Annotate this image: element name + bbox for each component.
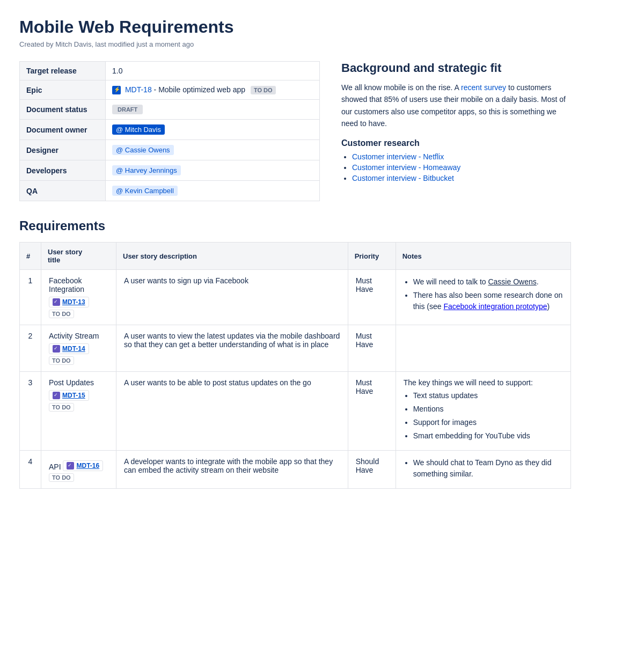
story-desc-activity: A user wants to view the latest updates … <box>116 325 348 372</box>
mdt14-link[interactable]: MDT-14 <box>62 345 85 353</box>
list-item: Support for images <box>413 417 563 428</box>
story-title-cell: API MDT-16 TO DO <box>41 451 116 489</box>
table-row: 2 Activity Stream MDT-14 TO DO A user wa… <box>20 325 571 372</box>
table-row: 3 Post Updates MDT-15 TO DO A user wants… <box>20 372 571 451</box>
meta-label-doc-status: Document status <box>20 100 106 120</box>
interview-netflix-link[interactable]: Customer interview - Netflix <box>352 152 444 161</box>
meta-table: Target release 1.0 Epic MDT-18 - Mobile … <box>19 61 320 201</box>
story-desc-facebook: A user wants to sign up via Facebook <box>116 270 348 325</box>
meta-label-developers: Developers <box>20 160 106 181</box>
qa-mention[interactable]: @ Kevin Campbell <box>112 186 178 196</box>
story-title-post: Post Updates <box>49 378 94 387</box>
todo-badge: TO DO <box>49 356 74 365</box>
meta-row-target-release: Target release 1.0 <box>20 62 320 80</box>
epic-ticket-link[interactable]: MDT-18 <box>125 85 152 94</box>
col-header-num: # <box>20 243 41 270</box>
list-item: Smart embedding for YouTube vids <box>413 430 563 442</box>
row-num: 1 <box>20 270 41 325</box>
list-item: Text status updates <box>413 390 563 401</box>
meta-label-qa: QA <box>20 181 106 201</box>
sidebar: Background and strategic fit We all know… <box>341 61 571 201</box>
meta-value-developers: @ Harvey Jennings <box>106 160 320 181</box>
story-title-cell: Facebook Integration MDT-13 TO DO <box>41 270 116 325</box>
jira-ticket-mdt16: MDT-16 <box>63 460 103 471</box>
page-title: Mobile Web Requirements <box>19 17 571 37</box>
story-title-activity: Activity Stream <box>49 332 99 340</box>
top-section: Target release 1.0 Epic MDT-18 - Mobile … <box>19 61 571 201</box>
story-title-cell: Post Updates MDT-15 TO DO <box>41 372 116 451</box>
notes-post-intro: The key things we will need to support: <box>404 378 533 387</box>
meta-row-doc-status: Document status DRAFT <box>20 100 320 120</box>
customer-research-list: Customer interview - Netflix Customer in… <box>341 152 571 182</box>
jira-ticket-mdt14: MDT-14 <box>49 343 89 354</box>
story-title-cell: Activity Stream MDT-14 TO DO <box>41 325 116 372</box>
table-row: 4 API MDT-16 TO DO A developer wants to … <box>20 451 571 489</box>
row-num: 3 <box>20 372 41 451</box>
table-row: 1 Facebook Integration MDT-13 TO DO A us… <box>20 270 571 325</box>
owner-mention[interactable]: @ Mitch Davis <box>112 124 165 135</box>
cassie-owens-link[interactable]: Cassie Owens <box>488 277 536 286</box>
row-num: 4 <box>20 451 41 489</box>
story-desc-post: A user wants to be able to post status u… <box>116 372 348 451</box>
meta-value-qa: @ Kevin Campbell <box>106 181 320 201</box>
meta-label-doc-owner: Document owner <box>20 120 106 140</box>
jira-ticket-mdt13: MDT-13 <box>49 297 89 307</box>
list-item: We will need to talk to Cassie Owens. <box>413 276 563 288</box>
meta-value-epic: MDT-18 - Mobile optimized web app TO DO <box>106 80 320 100</box>
list-item: Customer interview - Bitbucket <box>352 174 571 182</box>
customer-research-heading: Customer research <box>341 138 571 148</box>
recent-survey-link[interactable]: recent survey <box>461 83 506 92</box>
interview-homeaway-link[interactable]: Customer interview - Homeaway <box>352 163 460 172</box>
mdt16-link[interactable]: MDT-16 <box>76 462 99 469</box>
notes-post: The key things we will need to support: … <box>396 372 570 451</box>
story-title-facebook: Facebook Integration <box>49 276 84 294</box>
row-num: 2 <box>20 325 41 372</box>
page-subtitle: Created by Mitch Davis, last modified ju… <box>19 40 571 48</box>
requirements-table: # User storytitle User story description… <box>19 242 571 489</box>
list-item: Mentions <box>413 403 563 415</box>
mdt13-link[interactable]: MDT-13 <box>62 298 85 306</box>
jira-ticket-icon <box>67 462 74 469</box>
jira-ticket-icon <box>53 298 60 306</box>
fb-integration-link[interactable]: Facebook integration prototype <box>443 302 547 311</box>
interview-bitbucket-link[interactable]: Customer interview - Bitbucket <box>352 174 454 182</box>
draft-badge: DRAFT <box>112 105 143 114</box>
notes-activity <box>396 325 570 372</box>
meta-label-designer: Designer <box>20 140 106 160</box>
epic-todo-badge: TO DO <box>251 86 276 94</box>
todo-badge: TO DO <box>49 473 74 482</box>
meta-value-target-release: 1.0 <box>106 62 320 80</box>
col-header-desc: User story description <box>116 243 348 270</box>
jira-ticket-mdt15: MDT-15 <box>49 390 89 401</box>
meta-value-doc-owner: @ Mitch Davis <box>106 120 320 140</box>
meta-row-qa: QA @ Kevin Campbell <box>20 181 320 201</box>
jira-ticket-icon <box>53 345 60 353</box>
notes-api: We should chat to Team Dyno as they did … <box>396 451 570 489</box>
col-header-notes: Notes <box>396 243 570 270</box>
meta-row-doc-owner: Document owner @ Mitch Davis <box>20 120 320 140</box>
requirements-heading: Requirements <box>19 218 571 233</box>
meta-row-epic: Epic MDT-18 - Mobile optimized web app T… <box>20 80 320 100</box>
developer-mention[interactable]: @ Harvey Jennings <box>112 165 181 175</box>
list-item: We should chat to Team Dyno as they did … <box>413 457 563 480</box>
priority-api: Should Have <box>348 451 396 489</box>
meta-label-epic: Epic <box>20 80 106 100</box>
meta-label-target-release: Target release <box>20 62 106 80</box>
meta-row-designer: Designer @ Cassie Owens <box>20 140 320 160</box>
priority-post: Must Have <box>348 372 396 451</box>
sidebar-intro: We all know mobile is on the rise. A rec… <box>341 82 571 130</box>
todo-badge: TO DO <box>49 403 74 412</box>
sidebar-heading: Background and strategic fit <box>341 61 571 75</box>
todo-badge: TO DO <box>49 310 74 318</box>
notes-facebook: We will need to talk to Cassie Owens. Th… <box>396 270 570 325</box>
list-item: Customer interview - Netflix <box>352 152 571 161</box>
priority-activity: Must Have <box>348 325 396 372</box>
meta-row-developers: Developers @ Harvey Jennings <box>20 160 320 181</box>
list-item: There has also been some research done o… <box>413 290 563 312</box>
priority-facebook: Must Have <box>348 270 396 325</box>
col-header-title: User storytitle <box>41 243 116 270</box>
jira-lightning-icon <box>112 86 121 94</box>
list-item: Customer interview - Homeaway <box>352 163 571 172</box>
mdt15-link[interactable]: MDT-15 <box>62 392 85 399</box>
designer-mention[interactable]: @ Cassie Owens <box>112 145 174 155</box>
